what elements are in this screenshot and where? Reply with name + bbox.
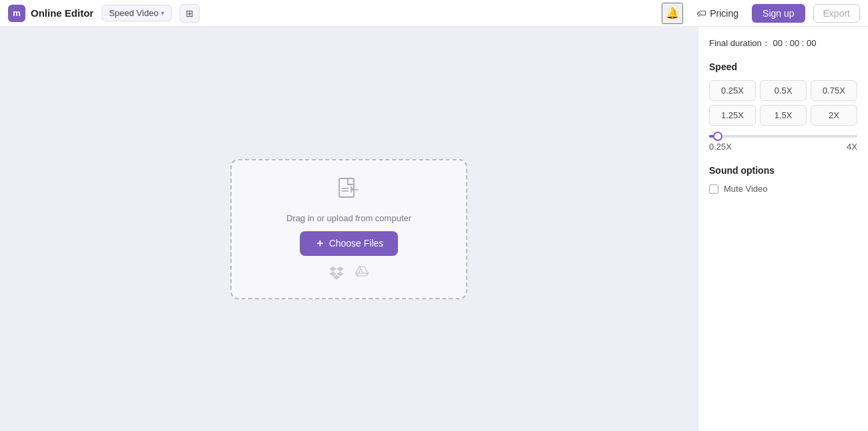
upload-box: Drag in or upload from computer ＋ Choose… xyxy=(230,159,467,299)
plus-icon: ＋ xyxy=(314,237,325,251)
speed-btn-15[interactable]: 1.5X xyxy=(760,105,807,126)
bell-icon: 🔔 xyxy=(666,7,679,19)
cloud-icons-row xyxy=(329,265,369,283)
slider-min-label: 0.25X xyxy=(709,142,732,152)
slider-max-label: 4X xyxy=(847,142,857,152)
notifications-button[interactable]: 🔔 xyxy=(662,3,683,24)
speed-buttons-grid: 0.25X 0.5X 0.75X 1.25X 1.5X 2X xyxy=(709,80,857,126)
pricing-label: Pricing xyxy=(710,8,738,19)
grid-view-button[interactable]: ⊞ xyxy=(180,4,200,23)
speed-btn-075[interactable]: 0.75X xyxy=(811,80,857,101)
signup-button[interactable]: Sign up xyxy=(752,4,805,23)
final-duration-row: Final duration： 00 : 00 : 00 xyxy=(709,37,857,49)
pricing-button[interactable]: 🏷 Pricing xyxy=(691,5,744,21)
pricing-icon: 🏷 xyxy=(696,7,706,19)
canvas-area: Drag in or upload from computer ＋ Choose… xyxy=(0,27,698,431)
export-button[interactable]: Export xyxy=(813,4,860,23)
grid-icon: ⊞ xyxy=(186,8,194,19)
mute-video-label: Mute Video xyxy=(724,184,768,194)
choose-files-button[interactable]: ＋ Choose Files xyxy=(300,231,399,256)
app-title: Online Editor xyxy=(31,7,93,19)
google-drive-icon[interactable] xyxy=(355,265,369,283)
chevron-down-icon: ▾ xyxy=(161,9,164,17)
speed-slider-thumb[interactable] xyxy=(713,132,722,141)
mute-video-row: Mute Video xyxy=(709,184,857,194)
upload-file-icon xyxy=(336,175,363,205)
upload-text: Drag in or upload from computer xyxy=(286,213,411,223)
duration-value: 00 : 00 : 00 xyxy=(773,38,816,48)
main-area: Drag in or upload from computer ＋ Choose… xyxy=(0,27,868,431)
speed-btn-05[interactable]: 0.5X xyxy=(760,80,807,101)
right-panel: Final duration： 00 : 00 : 00 Speed 0.25X… xyxy=(698,27,868,431)
dropbox-icon[interactable] xyxy=(329,265,344,283)
speed-section-title: Speed xyxy=(709,61,857,72)
speed-btn-025[interactable]: 0.25X xyxy=(709,80,756,101)
header: m Online Editor Speed Video ▾ ⊞ 🔔 🏷 Pric… xyxy=(0,0,868,27)
sound-options-section: Sound options Mute Video xyxy=(709,165,857,194)
slider-labels: 0.25X 4X xyxy=(709,142,857,152)
app-logo-icon: m xyxy=(8,5,25,22)
speed-btn-2[interactable]: 2X xyxy=(811,105,857,126)
speed-video-dropdown[interactable]: Speed Video ▾ xyxy=(101,5,172,21)
speed-slider-container xyxy=(709,135,857,138)
logo-area: m Online Editor xyxy=(8,5,93,22)
final-duration-label: Final duration： xyxy=(709,38,771,48)
svg-marker-4 xyxy=(359,266,368,273)
sound-options-title: Sound options xyxy=(709,165,857,176)
speed-btn-125[interactable]: 1.25X xyxy=(709,105,756,126)
speed-slider-track xyxy=(709,135,857,138)
mute-video-checkbox[interactable] xyxy=(709,184,718,194)
speed-video-label: Speed Video xyxy=(109,8,158,18)
